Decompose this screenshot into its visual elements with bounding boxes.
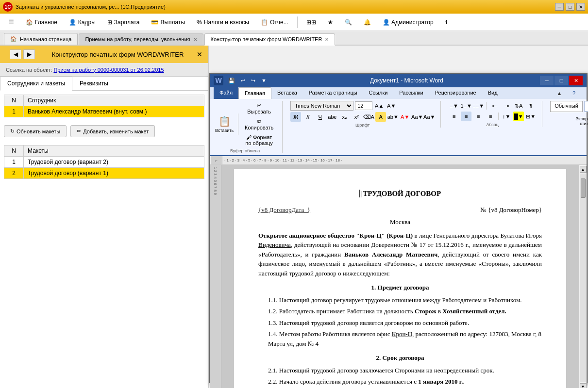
font-size-dec-btn[interactable]: A▼ bbox=[386, 101, 397, 111]
menu-taxes[interactable]: % Налоги и взносы bbox=[192, 17, 254, 28]
decrease-indent-btn[interactable]: ⇤ bbox=[489, 101, 500, 111]
increase-indent-btn[interactable]: ⇥ bbox=[501, 101, 512, 111]
restore-btn[interactable]: □ bbox=[566, 3, 574, 11]
forward-btn[interactable]: ▶ bbox=[23, 49, 35, 59]
superscript-btn[interactable]: x² bbox=[351, 112, 362, 122]
underline-btn[interactable]: Ч bbox=[315, 112, 325, 122]
justify-btn[interactable]: ≡ bbox=[485, 112, 496, 121]
strikethrough-btn[interactable]: abc bbox=[327, 112, 337, 122]
close-btn[interactable]: ✕ bbox=[576, 3, 585, 11]
ribbon-tab-page-layout[interactable]: Разметка страницы bbox=[303, 87, 363, 99]
multilevel-btn[interactable]: ≡≡▼ bbox=[473, 101, 484, 111]
ribbon-tab-file[interactable]: Файл bbox=[214, 87, 238, 99]
tab-constructor-close[interactable]: ✕ bbox=[325, 37, 329, 42]
word-close-btn[interactable]: ✕ bbox=[569, 76, 583, 85]
bold-btn[interactable]: Ж bbox=[290, 112, 301, 122]
word-qa-more[interactable]: ▼ bbox=[259, 77, 269, 85]
ribbon-tab-home[interactable]: Главная bbox=[238, 87, 271, 99]
numbering-btn[interactable]: 1≡▼ bbox=[461, 101, 471, 111]
employee-n: 1 bbox=[4, 106, 24, 117]
menu-reports[interactable]: 📋 Отче... bbox=[256, 17, 293, 28]
word-scrollbar-v[interactable]: ▲ ▼ bbox=[579, 165, 587, 388]
back-btn[interactable]: ◀ bbox=[10, 49, 21, 59]
style-h1[interactable]: Заголо... bbox=[585, 101, 588, 112]
font-size-input[interactable] bbox=[355, 101, 372, 110]
template-row-selected[interactable]: 2 Трудовой договор (вариант 1) bbox=[4, 168, 204, 179]
scroll-down-btn[interactable]: ▼ bbox=[580, 383, 587, 388]
bullets-btn[interactable]: ≡▼ bbox=[449, 101, 459, 111]
ruler-corner[interactable]: ⌐ bbox=[215, 158, 218, 163]
panel-link-row: Ссылка на объект: Прием на работу 0000-0… bbox=[0, 63, 208, 77]
menu-info[interactable]: ℹ bbox=[440, 17, 453, 28]
word-save-btn[interactable]: 💾 bbox=[226, 77, 237, 85]
help-btn[interactable]: ? bbox=[567, 88, 581, 98]
borders-btn[interactable]: ⊞▼ bbox=[525, 112, 536, 121]
template-row[interactable]: 1 Трудовой договор (вариант 2) bbox=[4, 157, 204, 168]
menu-notifications[interactable]: 🔔 bbox=[359, 17, 376, 28]
scroll-thumb[interactable] bbox=[581, 178, 586, 198]
ribbon-tab-view[interactable]: Вид bbox=[482, 87, 504, 99]
align-right-btn[interactable]: ≡ bbox=[473, 112, 484, 121]
tab-hr-close[interactable]: ✕ bbox=[193, 37, 197, 42]
change-case-btn[interactable]: Аа▼ bbox=[424, 112, 435, 122]
tab-home[interactable]: 🏠 Начальная страница bbox=[4, 33, 78, 45]
ribbon-tab-references[interactable]: Ссылки bbox=[363, 87, 394, 99]
word-restore-btn[interactable]: □ bbox=[554, 76, 568, 85]
align-left-btn[interactable]: ≡ bbox=[449, 112, 459, 121]
doc-section1-title: 1. Предмет договора bbox=[258, 283, 542, 292]
cut-btn[interactable]: ✂ Вырезать bbox=[242, 101, 276, 116]
scroll-up-btn[interactable]: ▲ bbox=[580, 166, 587, 173]
align-center-btn[interactable]: ≡ bbox=[461, 112, 471, 121]
menu-hr[interactable]: 👤 Кадры bbox=[64, 17, 101, 28]
menu-payments[interactable]: 💳 Выплаты bbox=[146, 17, 190, 28]
menu-apps[interactable]: ⊞⊞ bbox=[302, 17, 321, 28]
copy-btn[interactable]: ⧉ Копировать bbox=[242, 117, 276, 132]
ribbon-tab-insert[interactable]: Вставка bbox=[271, 87, 303, 99]
shading-btn[interactable]: █▼ bbox=[513, 112, 524, 121]
word-redo-btn[interactable]: ↪ bbox=[249, 77, 257, 85]
ribbon-tab-review[interactable]: Рецензирование bbox=[429, 87, 482, 99]
font-color-btn[interactable]: A▼ bbox=[400, 112, 410, 122]
format-painter-btn[interactable]: 🖌 Формат по образцу bbox=[242, 133, 276, 147]
panel-tab-requisites[interactable]: Реквизиты bbox=[72, 77, 116, 90]
font-size-input2[interactable]: Аа▼ bbox=[412, 112, 422, 122]
express-styles-btn[interactable]: Экспресс-стили bbox=[571, 114, 588, 129]
italic-btn[interactable]: К bbox=[302, 112, 313, 122]
ribbon-tab-mailings[interactable]: Рассылки bbox=[393, 87, 429, 99]
doc-item-2-1: 2.1. Настоящий трудовой договор заключае… bbox=[258, 366, 542, 375]
word-minimize-btn[interactable]: ─ bbox=[540, 76, 554, 85]
panel-close-btn[interactable]: ✕ bbox=[197, 50, 202, 58]
refresh-templates-btn[interactable]: ↻ Обновить макеты bbox=[4, 125, 67, 137]
menu-search[interactable]: 🔍 bbox=[340, 17, 357, 28]
font-name-select[interactable]: Times New Roman bbox=[290, 101, 353, 111]
doc-city: Москва bbox=[258, 217, 542, 227]
sort-btn[interactable]: ⇅A bbox=[513, 101, 524, 111]
employee-row[interactable]: 1 Ваньков Александр Матвеевич (внут. сов… bbox=[4, 106, 204, 117]
word-undo-btn[interactable]: ↩ bbox=[239, 77, 247, 85]
doc-item-1-2: 1.2. Работодатель принимает Работника на… bbox=[258, 307, 542, 316]
menu-home[interactable]: 🏠 Главное bbox=[21, 17, 62, 28]
menu-user[interactable]: 👤 Администратор bbox=[378, 17, 438, 28]
line-spacing-btn[interactable]: ↕▼ bbox=[501, 112, 512, 121]
inner-panel: ◀ ▶ Конструктор печатных форм WORD/WRITE… bbox=[0, 46, 209, 388]
tab-hr[interactable]: Приемы на работу, переводы, увольнения ✕ bbox=[79, 33, 203, 45]
menu-salary[interactable]: ⊞ Зарплата bbox=[102, 17, 145, 28]
paste-btn[interactable]: 📋 Вставить bbox=[214, 113, 235, 135]
show-para-btn[interactable]: ¶ bbox=[525, 101, 536, 111]
tab-constructor[interactable]: Конструктор печатных форм WORD/WRITER ✕ bbox=[204, 33, 336, 46]
panel-link-value[interactable]: Прием на работу 0000-000031 от 26.02.201… bbox=[53, 67, 164, 73]
menu-favorites[interactable]: ★ bbox=[323, 17, 338, 28]
add-template-btn[interactable]: ✏ Добавить, изменить макет bbox=[70, 125, 155, 137]
menu-hamburger[interactable]: ☰ bbox=[4, 17, 19, 28]
font-size-inc-btn[interactable]: A▲ bbox=[374, 101, 385, 111]
panel-tab-employees[interactable]: Сотрудники и макеты bbox=[0, 77, 72, 91]
clear-format-btn[interactable]: ⌫A bbox=[363, 112, 374, 122]
subscript-btn[interactable]: x₂ bbox=[339, 112, 350, 122]
text-effects-btn[interactable]: A bbox=[375, 112, 386, 122]
minimize-btn[interactable]: ─ bbox=[555, 3, 564, 11]
ribbon-collapse-btn[interactable]: ▲ bbox=[553, 88, 566, 98]
highlight-btn[interactable]: ab▼ bbox=[387, 112, 398, 122]
doc-item-1-3: 1.3. Настоящий трудовой договор является… bbox=[258, 318, 542, 328]
word-doc-content[interactable]: |ТРУДОВОЙ ДОГОВОР {v8 ДоговорДата_} № {v… bbox=[221, 165, 579, 388]
style-normal[interactable]: Обычный bbox=[550, 101, 583, 112]
